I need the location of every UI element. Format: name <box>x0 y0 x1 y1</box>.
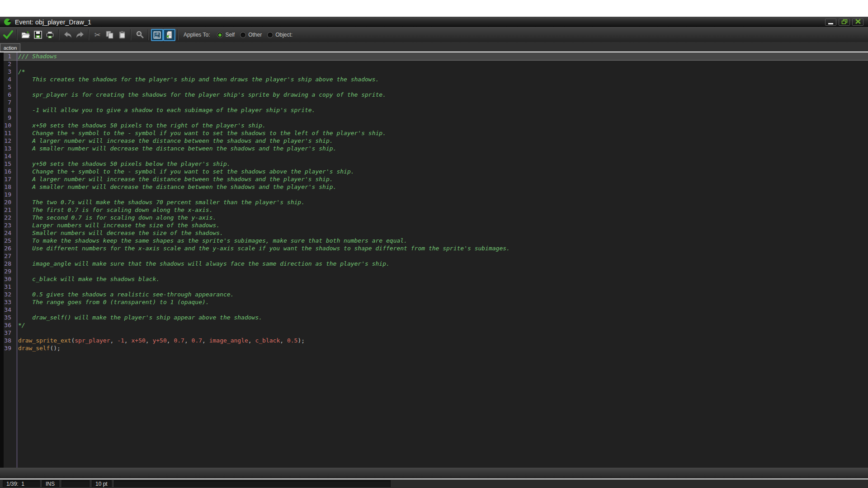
line-numbers-toggle[interactable]: 10 01 <box>151 29 163 41</box>
code-text: image_angle will make sure that the shad… <box>18 260 390 267</box>
minimize-icon <box>828 23 833 24</box>
code-line[interactable]: 19 <box>0 191 868 198</box>
code-text: A larger number will increase the distan… <box>18 137 333 145</box>
code-line[interactable]: 39draw_self(); <box>0 344 868 352</box>
code-line[interactable]: 12 A larger number will increase the dis… <box>0 137 868 145</box>
copy-pages-icon <box>105 31 114 39</box>
radio-circle-icon <box>240 32 246 38</box>
ok-button[interactable] <box>2 29 14 41</box>
code-text: /// Shadows <box>18 52 57 60</box>
copy-button[interactable] <box>104 29 116 41</box>
printer-icon <box>46 31 54 39</box>
applies-to-label: Applies To: <box>184 32 210 38</box>
code-text: The range goes from 0 (transparent) to 1… <box>18 298 209 306</box>
paste-button[interactable] <box>116 29 128 41</box>
code-line[interactable]: 16 Change the + symbol to the - symbol i… <box>0 168 868 175</box>
message-status-segment <box>114 480 391 487</box>
code-line[interactable]: 27 <box>0 252 868 260</box>
code-text: The second 0.7 is for scaling down along… <box>18 214 216 221</box>
code-line[interactable]: 36*/ <box>0 321 868 329</box>
code-line[interactable]: 5 <box>0 83 868 91</box>
code-line[interactable]: 22 The second 0.7 is for scaling down al… <box>0 214 868 221</box>
bottom-panel-strip <box>0 468 868 479</box>
code-text: Change the + symbol to the - symbol if y… <box>18 129 386 137</box>
find-button[interactable] <box>133 29 146 41</box>
code-text: A smaller number will decrease the dista… <box>18 145 336 152</box>
code-text: */ <box>18 321 25 329</box>
code-line[interactable]: 13 A smaller number will decrease the di… <box>0 145 868 152</box>
code-line[interactable]: 11 Change the + symbol to the - symbol i… <box>0 129 868 137</box>
restore-button[interactable] <box>839 19 850 26</box>
code-line[interactable]: 37 <box>0 329 868 337</box>
code-line[interactable]: 23 Larger numbers will increase the size… <box>0 221 868 229</box>
code-line[interactable]: 2 <box>0 60 868 68</box>
code-line[interactable]: 34 <box>0 306 868 314</box>
code-line[interactable]: 24 Smaller numbers will decrease the siz… <box>0 229 868 237</box>
code-line[interactable]: 32 0.5 gives the shadows a realistic see… <box>0 291 868 298</box>
code-line[interactable]: 25 To make the shadows keep the same sha… <box>0 237 868 244</box>
code-line[interactable]: 7 <box>0 99 868 106</box>
code-line[interactable]: 28 image_angle will make sure that the s… <box>0 260 868 267</box>
applies-to-object-radio[interactable]: Object: <box>267 32 292 38</box>
tab-action[interactable]: action <box>0 43 20 52</box>
code-text: draw_self(); <box>18 344 61 352</box>
code-line[interactable]: 4 This creates the shadows for the playe… <box>0 75 868 83</box>
undo-arrow-icon <box>63 31 72 38</box>
code-line[interactable]: 8 -1 will allow you to give a shadow to … <box>0 106 868 114</box>
code-line[interactable]: 26 Use different numbers for the x-axis … <box>0 244 868 252</box>
code-snippet-toggle[interactable] <box>163 29 175 41</box>
code-text: c_black will make the shadows black. <box>18 275 160 283</box>
line-numbers-icon: 10 01 <box>153 31 161 39</box>
minimize-button[interactable] <box>825 19 836 26</box>
code-line[interactable]: 35 draw_self() will make the player's sh… <box>0 314 868 321</box>
load-button[interactable] <box>19 29 32 41</box>
undo-button[interactable] <box>61 29 74 41</box>
code-text: -1 will allow you to give a shadow to ea… <box>18 106 315 114</box>
code-line[interactable]: 1/// Shadows <box>0 52 868 60</box>
code-text: Larger numbers will increase the size of… <box>18 221 220 229</box>
code-line[interactable]: 9 <box>0 114 868 122</box>
code-line[interactable]: 15 y+50 sets the shadows 50 pixels below… <box>0 160 868 168</box>
code-text: draw_self() will make the player's ship … <box>18 314 262 321</box>
code-editor[interactable]: 1/// Shadows23/*4 This creates the shado… <box>0 52 868 468</box>
desktop-background <box>0 0 868 17</box>
code-line[interactable]: 10 x+50 sets the shadows 50 pixels to th… <box>0 122 868 129</box>
toolbar-separator <box>16 29 17 40</box>
applies-to-other-radio[interactable]: Other <box>240 32 262 38</box>
code-line[interactable]: 3/* <box>0 68 868 75</box>
applies-to-self-radio[interactable]: Self <box>217 32 235 38</box>
gamemaker-logo-icon <box>4 18 11 26</box>
titlebar[interactable]: Event: obj_player_Draw_1 <box>0 17 868 27</box>
code-line[interactable]: 31 <box>0 283 868 291</box>
print-button[interactable] <box>44 29 56 41</box>
redo-arrow-icon <box>75 31 85 38</box>
save-button[interactable] <box>32 29 44 41</box>
code-text: Change the + symbol to the - symbol if y… <box>18 168 354 175</box>
code-line[interactable]: 6 spr_player is for creating the shadows… <box>0 91 868 99</box>
code-line[interactable]: 29 <box>0 267 868 275</box>
clipboard-icon <box>118 31 126 39</box>
code-line[interactable]: 33 The range goes from 0 (transparent) t… <box>0 298 868 306</box>
code-text: A larger number will increase the distan… <box>18 175 333 183</box>
page-arrow-icon <box>165 31 174 39</box>
code-text: y+50 sets the shadows 50 pixels below th… <box>18 160 231 168</box>
window-title: Event: obj_player_Draw_1 <box>15 19 91 26</box>
code-text: To make the shadows keep the same shapes… <box>18 237 407 244</box>
toolbar: ✂ 10 01 <box>0 27 868 42</box>
code-text: A smaller number will decrease the dista… <box>18 183 336 191</box>
code-line[interactable]: 20 The two 0.7s will make the shadows 70… <box>0 198 868 206</box>
code-text: /* <box>18 68 25 75</box>
close-button[interactable] <box>852 19 863 26</box>
code-line[interactable]: 21 The first 0.7 is for scaling down alo… <box>0 206 868 214</box>
code-text: The first 0.7 is for scaling down along … <box>18 206 212 214</box>
gamemaker-code-editor-window: Event: obj_player_Draw_1 <box>0 0 868 488</box>
code-line[interactable]: 38draw_sprite_ext(spr_player, -1, x+50, … <box>0 337 868 344</box>
redo-button[interactable] <box>74 29 86 41</box>
code-line[interactable]: 30 c_black will make the shadows black. <box>0 275 868 283</box>
code-line[interactable]: 17 A larger number will increase the dis… <box>0 175 868 183</box>
empty-status-segment <box>61 480 90 487</box>
cut-button[interactable]: ✂ <box>91 29 104 41</box>
folder-open-icon <box>21 31 30 39</box>
code-line[interactable]: 18 A smaller number will decrease the di… <box>0 183 868 191</box>
code-line[interactable]: 14 <box>0 152 868 160</box>
